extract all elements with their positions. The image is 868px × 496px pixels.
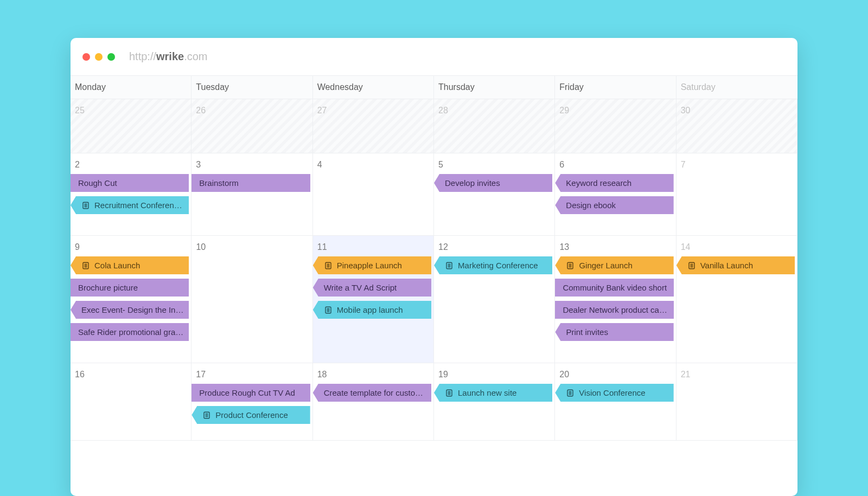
event-label: Write a TV Ad Script	[324, 283, 397, 292]
weekday-label: Thursday	[434, 76, 555, 99]
close-icon[interactable]	[82, 53, 90, 61]
calendar-cell[interactable]: 7	[676, 153, 797, 236]
calendar-event[interactable]: Design ebook	[555, 196, 673, 214]
calendar-cell[interactable]: 9Cola LaunchBrochure pictureExec Event- …	[71, 236, 192, 363]
address-bar[interactable]: http://wrike.com	[129, 50, 208, 63]
calendar-cell[interactable]: 16	[71, 363, 192, 441]
date-number: 9	[71, 239, 191, 256]
calendar-event[interactable]: Create template for custo…	[313, 384, 431, 402]
date-number: 2	[71, 157, 191, 174]
calendar-cell[interactable]: 11Pineapple LaunchWrite a TV Ad ScriptMo…	[313, 236, 434, 363]
date-number: 13	[555, 239, 675, 256]
calendar-cell[interactable]: 18Create template for custo…	[313, 363, 434, 441]
event-label: Vision Conference	[579, 388, 645, 397]
document-icon	[81, 261, 90, 270]
date-number: 20	[555, 366, 675, 384]
calendar-event[interactable]: Develop invites	[434, 174, 552, 192]
calendar-cell[interactable]: 3Brainstorm	[192, 153, 312, 236]
calendar-cell[interactable]: 17Produce Rough Cut TV AdProduct Confere…	[192, 363, 312, 441]
date-number: 10	[192, 239, 312, 256]
weekday-header: Monday Tuesday Wednesday Thursday Friday…	[71, 76, 797, 99]
calendar-cell[interactable]: 10	[192, 236, 312, 363]
calendar-cell[interactable]: 30	[676, 99, 797, 153]
document-icon	[202, 411, 211, 420]
event-label: Develop invites	[445, 178, 500, 188]
weekday-label: Friday	[555, 76, 676, 99]
calendar-cell[interactable]: 4	[313, 153, 434, 236]
date-number: 29	[555, 102, 675, 120]
minimize-icon[interactable]	[95, 53, 103, 61]
calendar-cell[interactable]: 19Launch new site	[434, 363, 555, 441]
calendar-cell[interactable]: 29	[555, 99, 676, 153]
calendar-event[interactable]: Recruitment Conferen…	[71, 196, 189, 214]
calendar-cell[interactable]: 13Ginger LaunchCommunity Bank video shor…	[555, 236, 676, 363]
calendar-event[interactable]: Ginger Launch	[555, 256, 673, 274]
calendar-event[interactable]: Keyword research	[555, 174, 673, 192]
calendar-cell[interactable]: 25	[71, 99, 192, 153]
event-label: Recruitment Conferen…	[94, 201, 182, 210]
url-suffix: .com	[184, 50, 207, 62]
calendar-cell[interactable]: 5Develop invites	[434, 153, 555, 236]
calendar-cell[interactable]: 21	[676, 363, 797, 441]
document-icon	[566, 389, 575, 397]
url-prefix: http://	[129, 50, 156, 62]
calendar-event[interactable]: Brainstorm	[192, 174, 310, 192]
calendar-event[interactable]: Print invites	[555, 323, 673, 341]
calendar-event[interactable]: Rough Cut	[71, 174, 189, 192]
weekday-label: Saturday	[676, 76, 797, 99]
calendar-event[interactable]: Vision Conference	[555, 384, 673, 402]
event-label: Vanilla Launch	[700, 261, 753, 270]
date-number: 19	[434, 366, 554, 384]
calendar-event[interactable]: Brochure picture	[71, 279, 189, 297]
event-label: Exec Event- Design the In…	[81, 305, 183, 314]
calendar-event[interactable]: Exec Event- Design the In…	[71, 301, 189, 319]
date-number: 17	[192, 366, 312, 384]
event-label: Dealer Network product ca…	[563, 305, 667, 314]
event-label: Brainstorm	[199, 178, 239, 188]
event-label: Cola Launch	[94, 261, 140, 270]
calendar-event[interactable]: Vanilla Launch	[676, 256, 795, 274]
weekday-label: Tuesday	[192, 76, 312, 99]
event-label: Marketing Conference	[458, 261, 538, 270]
calendar-event[interactable]: Product Conference	[192, 406, 310, 424]
date-number: 21	[676, 366, 797, 384]
date-number: 16	[71, 366, 191, 384]
calendar-event[interactable]: Launch new site	[434, 384, 552, 402]
calendar-cell[interactable]: 20Vision Conference	[555, 363, 676, 441]
date-number: 6	[555, 157, 675, 174]
calendar-event[interactable]: Community Bank video short	[555, 279, 673, 297]
event-label: Mobile app launch	[337, 305, 403, 314]
document-icon	[81, 201, 90, 210]
event-label: Brochure picture	[78, 283, 138, 292]
calendar-event[interactable]: Produce Rough Cut TV Ad	[192, 384, 310, 402]
date-number: 7	[676, 157, 797, 174]
calendar-event[interactable]: Mobile app launch	[313, 301, 431, 319]
date-number: 26	[192, 102, 312, 120]
maximize-icon[interactable]	[107, 53, 115, 61]
calendar-cell[interactable]: 28	[434, 99, 555, 153]
weekday-label: Monday	[71, 76, 192, 99]
calendar-cell[interactable]: 26	[192, 99, 312, 153]
document-icon	[324, 261, 333, 270]
calendar-cell[interactable]: 12Marketing Conference	[434, 236, 555, 363]
calendar-cell[interactable]: 27	[313, 99, 434, 153]
document-icon	[687, 261, 696, 270]
calendar-event[interactable]: Cola Launch	[71, 256, 189, 274]
date-number: 30	[676, 102, 797, 120]
calendar-cell[interactable]: 6Keyword researchDesign ebook	[555, 153, 676, 236]
calendar-grid: 2526272829302Rough CutRecruitment Confer…	[71, 99, 797, 441]
calendar-event[interactable]: Pineapple Launch	[313, 256, 431, 274]
event-label: Print invites	[566, 327, 608, 337]
calendar-event[interactable]: Write a TV Ad Script	[313, 279, 431, 297]
calendar-event[interactable]: Safe Rider promotional gra…	[71, 323, 189, 341]
calendar-event[interactable]: Dealer Network product ca…	[555, 301, 673, 319]
calendar-event[interactable]: Marketing Conference	[434, 256, 552, 274]
date-number: 27	[313, 102, 433, 120]
date-number: 11	[313, 239, 433, 256]
calendar-cell[interactable]: 2Rough CutRecruitment Conferen…	[71, 153, 192, 236]
event-label: Safe Rider promotional gra…	[78, 327, 183, 337]
event-label: Create template for custo…	[324, 388, 423, 397]
calendar-cell[interactable]: 14Vanilla Launch	[676, 236, 797, 363]
date-number: 28	[434, 102, 554, 120]
event-label: Keyword research	[566, 178, 631, 188]
